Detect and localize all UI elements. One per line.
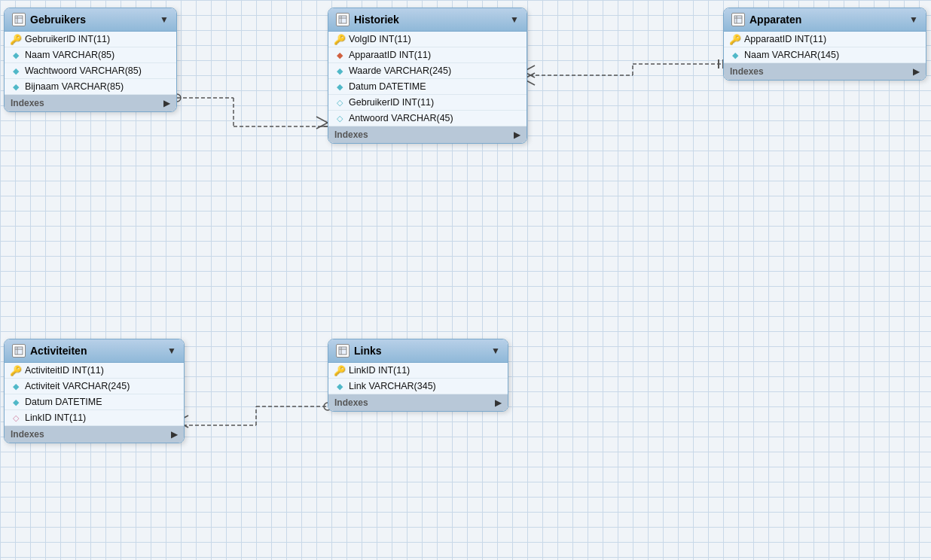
table-gebruikers: Gebruikers ▼ 🔑 GebruikerID INT(11) ◆ Naa… xyxy=(4,8,177,112)
svg-rect-27 xyxy=(339,16,346,23)
field-bijnaam: ◆ Bijnaam VARCHAR(85) xyxy=(5,79,176,95)
field-gebruikerid: 🔑 GebruikerID INT(11) xyxy=(5,32,176,47)
diamond-icon-datum-a: ◆ xyxy=(11,397,21,407)
indexes-arrow-apparaten: ▶ xyxy=(913,66,920,77)
table-icon-links xyxy=(336,344,350,358)
indexes-arrow-links: ▶ xyxy=(495,397,502,408)
table-title-links: Links xyxy=(354,345,487,357)
field-text-gebruikerid: GebruikerID INT(11) xyxy=(25,34,110,44)
table-fields-activiteiten: 🔑 ActiviteitID INT(11) ◆ Activiteit VARC… xyxy=(5,363,184,426)
table-icon-historiek xyxy=(336,13,350,26)
key-icon-apparaatid: 🔑 xyxy=(730,34,740,44)
diamond-icon-datum-h: ◆ xyxy=(334,81,345,92)
field-link: ◆ Link VARCHAR(345) xyxy=(328,379,508,394)
field-text-wachtwoord: Wachtwoord VARCHAR(85) xyxy=(25,65,142,76)
table-dropdown-apparaten[interactable]: ▼ xyxy=(909,14,918,25)
table-apparaten: Apparaten ▼ 🔑 ApparaatID INT(11) ◆ Naam … xyxy=(723,8,926,81)
table-fields-gebruikers: 🔑 GebruikerID INT(11) ◆ Naam VARCHAR(85)… xyxy=(5,32,176,95)
indexes-links[interactable]: Indexes ▶ xyxy=(328,394,508,411)
field-naam-g: ◆ Naam VARCHAR(85) xyxy=(5,47,176,63)
diamond-icon-naam-a: ◆ xyxy=(730,50,740,60)
table-title-gebruikers: Gebruikers xyxy=(30,14,155,26)
field-text-link: Link VARCHAR(345) xyxy=(349,381,436,391)
indexes-label-apparaten: Indexes xyxy=(730,66,764,77)
field-activiteit: ◆ Activiteit VARCHAR(245) xyxy=(5,379,184,394)
indexes-label-historiek: Indexes xyxy=(334,129,368,140)
key-icon-volgid: 🔑 xyxy=(334,34,345,44)
table-historiek: Historiek ▼ 🔑 VolgID INT(11) ◆ ApparaatI… xyxy=(328,8,527,144)
indexes-arrow-activiteiten: ▶ xyxy=(171,429,178,440)
field-text-antwoord: Antwoord VARCHAR(45) xyxy=(349,113,453,123)
table-header-historiek[interactable]: Historiek ▼ xyxy=(328,8,527,32)
field-text-apparaatid: ApparaatID INT(11) xyxy=(744,34,826,44)
field-text-apparaatid-h: ApparaatID INT(11) xyxy=(349,50,431,60)
svg-rect-24 xyxy=(15,16,23,23)
field-text-linkid-a: LinkID INT(11) xyxy=(25,412,86,423)
table-icon-gebruikers xyxy=(12,13,26,26)
svg-line-5 xyxy=(316,123,328,129)
field-text-datum-a: Datum DATETIME xyxy=(25,397,102,407)
svg-line-4 xyxy=(316,117,328,123)
table-header-activiteiten[interactable]: Activiteiten ▼ xyxy=(5,339,184,363)
field-wachtwoord: ◆ Wachtwoord VARCHAR(85) xyxy=(5,63,176,79)
table-dropdown-gebruikers[interactable]: ▼ xyxy=(160,14,169,25)
table-dropdown-historiek[interactable]: ▼ xyxy=(510,14,519,25)
field-text-linkid: LinkID INT(11) xyxy=(349,365,410,376)
indexes-label-activiteiten: Indexes xyxy=(11,429,44,440)
diamond-icon-link: ◆ xyxy=(334,381,345,391)
indexes-arrow-historiek: ▶ xyxy=(514,129,520,140)
table-header-gebruikers[interactable]: Gebruikers ▼ xyxy=(5,8,176,32)
table-title-activiteiten: Activiteiten xyxy=(30,345,163,357)
table-dropdown-links[interactable]: ▼ xyxy=(491,345,500,356)
diamond-icon-activiteit: ◆ xyxy=(11,381,21,391)
field-text-volgid: VolgID INT(11) xyxy=(349,34,411,44)
indexes-apparaten[interactable]: Indexes ▶ xyxy=(724,63,926,80)
field-datum-h: ◆ Datum DATETIME xyxy=(328,79,527,95)
diamond-icon-naam-g: ◆ xyxy=(11,50,21,60)
field-text-activiteitid: ActiviteitID INT(11) xyxy=(25,365,104,376)
field-text-naam-a: Naam VARCHAR(145) xyxy=(744,50,839,60)
field-text-naam-g: Naam VARCHAR(85) xyxy=(25,50,114,60)
table-fields-links: 🔑 LinkID INT(11) ◆ Link VARCHAR(345) xyxy=(328,363,508,394)
field-apparaatid: 🔑 ApparaatID INT(11) xyxy=(724,32,926,47)
table-header-apparaten[interactable]: Apparaten ▼ xyxy=(724,8,926,32)
key-icon-activiteitid: 🔑 xyxy=(11,365,21,376)
field-naam-a: ◆ Naam VARCHAR(145) xyxy=(724,47,926,63)
indexes-activiteiten[interactable]: Indexes ▶ xyxy=(5,426,184,443)
indexes-label-links: Indexes xyxy=(334,397,368,408)
table-icon-activiteiten xyxy=(12,344,26,358)
field-antwoord: ◇ Antwoord VARCHAR(45) xyxy=(328,111,527,126)
field-datum-a: ◆ Datum DATETIME xyxy=(5,394,184,410)
table-fields-apparaten: 🔑 ApparaatID INT(11) ◆ Naam VARCHAR(145) xyxy=(724,32,926,63)
key-icon-gebruikerid: 🔑 xyxy=(11,34,21,44)
field-text-gebruikerid-h: GebruikerID INT(11) xyxy=(349,97,434,108)
table-links: Links ▼ 🔑 LinkID INT(11) ◆ Link VARCHAR(… xyxy=(328,339,508,412)
field-linkid-a: ◇ LinkID INT(11) xyxy=(5,410,184,426)
field-waarde: ◆ Waarde VARCHAR(245) xyxy=(328,63,527,79)
table-header-links[interactable]: Links ▼ xyxy=(328,339,508,363)
field-apparaatid-h: ◆ ApparaatID INT(11) xyxy=(328,47,527,63)
table-fields-historiek: 🔑 VolgID INT(11) ◆ ApparaatID INT(11) ◆ … xyxy=(328,32,527,126)
field-activiteitid: 🔑 ActiviteitID INT(11) xyxy=(5,363,184,379)
field-text-bijnaam: Bijnaam VARCHAR(85) xyxy=(25,81,124,92)
indexes-historiek[interactable]: Indexes ▶ xyxy=(328,126,527,143)
table-icon-apparaten xyxy=(731,13,745,26)
diamond-outline-icon-linkid-a: ◇ xyxy=(11,412,21,423)
key-icon-linkid: 🔑 xyxy=(334,365,345,376)
field-text-activiteit: Activiteit VARCHAR(245) xyxy=(25,381,130,391)
field-text-datum-h: Datum DATETIME xyxy=(349,81,426,92)
table-dropdown-activiteiten[interactable]: ▼ xyxy=(167,345,176,356)
diamond-icon-apparaatid-h: ◆ xyxy=(334,50,345,60)
field-gebruikerid-h: ◇ GebruikerID INT(11) xyxy=(328,95,527,111)
indexes-arrow-gebruikers: ▶ xyxy=(163,98,170,108)
svg-rect-30 xyxy=(734,16,742,23)
field-linkid: 🔑 LinkID INT(11) xyxy=(328,363,508,379)
table-title-historiek: Historiek xyxy=(354,14,505,26)
indexes-label-gebruikers: Indexes xyxy=(11,98,44,108)
diamond-icon-waarde: ◆ xyxy=(334,65,345,76)
svg-rect-33 xyxy=(15,347,23,355)
diamond-icon-wachtwoord: ◆ xyxy=(11,65,21,76)
indexes-gebruikers[interactable]: Indexes ▶ xyxy=(5,95,176,111)
diamond-outline-icon-antwoord: ◇ xyxy=(334,113,345,123)
svg-rect-36 xyxy=(339,347,346,355)
